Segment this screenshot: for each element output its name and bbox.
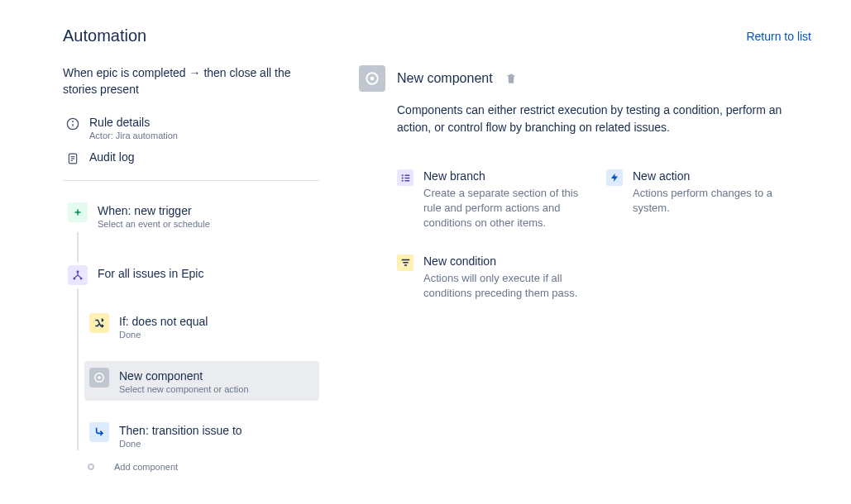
component-options: New branch Create a separate section of … — [397, 169, 789, 301]
flow-condition-sublabel: Done — [119, 330, 208, 340]
option-new-branch[interactable]: New branch Create a separate section of … — [397, 169, 580, 231]
plus-icon — [68, 202, 88, 222]
flow-nested: If: does not equal Done New component Se… — [84, 292, 319, 472]
option-action-desc: Actions perform changes to a system. — [633, 186, 789, 216]
info-icon — [66, 117, 79, 131]
rule-sidebar: When epic is completed → then close all … — [63, 65, 319, 472]
option-branch-title: New branch — [423, 169, 580, 183]
panel-description: Components can either restrict execution… — [397, 102, 789, 136]
svg-point-18 — [401, 177, 403, 178]
rule-actor-label: Actor: Jira automation — [89, 131, 178, 140]
condition-icon — [89, 313, 109, 333]
flow-condition-label: If: does not equal — [119, 313, 208, 328]
option-action-title: New action — [633, 169, 789, 183]
option-new-action[interactable]: New action Actions perform changes to a … — [606, 169, 789, 231]
page-title: Automation — [63, 26, 146, 45]
flow-new-component-sublabel: Select new component or action — [119, 384, 249, 394]
add-component-button[interactable]: Add component — [106, 462, 319, 472]
option-condition-title: New condition — [423, 254, 580, 268]
flow-action-sublabel: Done — [119, 439, 242, 449]
flow-branch[interactable]: For all issues in Epic — [63, 259, 319, 292]
audit-log-icon — [66, 152, 79, 165]
rule-details-row[interactable]: Rule details Actor: Jira automation — [63, 111, 319, 145]
flow-branch-label: For all issues in Epic — [98, 265, 203, 280]
svg-rect-23 — [403, 262, 409, 264]
svg-rect-17 — [404, 174, 409, 176]
add-circle-icon — [88, 464, 94, 470]
flow-trigger-label: When: new trigger — [98, 202, 210, 217]
svg-point-13 — [98, 376, 101, 379]
option-branch-desc: Create a separate section of this rule a… — [423, 186, 580, 231]
panel-icon — [359, 65, 385, 92]
transition-icon — [89, 422, 109, 442]
svg-rect-19 — [404, 177, 409, 178]
flow-trigger[interactable]: When: new trigger Select an event or sch… — [63, 196, 319, 235]
option-new-condition[interactable]: New condition Actions will only execute … — [397, 254, 580, 301]
new-component-icon — [89, 368, 109, 388]
filter-icon — [397, 254, 414, 271]
svg-rect-24 — [404, 264, 406, 266]
svg-point-15 — [371, 77, 375, 81]
flow-new-component-label: New component — [119, 368, 249, 383]
svg-rect-21 — [404, 179, 409, 181]
return-to-list-link[interactable]: Return to list — [746, 30, 811, 43]
flow-action-label: Then: transition issue to — [119, 422, 242, 437]
add-component-label: Add component — [114, 462, 178, 472]
svg-point-2 — [73, 121, 74, 122]
flow-condition[interactable]: If: does not equal Done — [84, 307, 319, 346]
rule-flow: When: new trigger Select an event or sch… — [63, 196, 319, 472]
option-condition-desc: Actions will only execute if all conditi… — [423, 271, 580, 301]
flow-trigger-sublabel: Select an event or schedule — [98, 219, 210, 229]
svg-point-9 — [77, 271, 79, 273]
panel-title: New component — [397, 71, 493, 86]
svg-point-16 — [401, 174, 403, 176]
divider — [63, 180, 319, 181]
audit-log-label: Audit log — [89, 150, 134, 164]
bolt-icon — [606, 169, 623, 186]
rule-name: When epic is completed → then close all … — [63, 65, 319, 97]
detail-panel: New component Components can either rest… — [359, 65, 789, 472]
svg-rect-22 — [401, 259, 409, 261]
flow-connector — [63, 235, 319, 259]
svg-point-20 — [401, 179, 403, 181]
audit-log-row[interactable]: Audit log — [63, 145, 319, 170]
flow-new-component[interactable]: New component Select new component or ac… — [84, 361, 319, 401]
branch-icon — [68, 265, 88, 285]
list-icon — [397, 169, 414, 186]
delete-button[interactable] — [504, 72, 518, 85]
rule-details-label: Rule details — [89, 116, 178, 129]
flow-action[interactable]: Then: transition issue to Done — [84, 416, 319, 455]
